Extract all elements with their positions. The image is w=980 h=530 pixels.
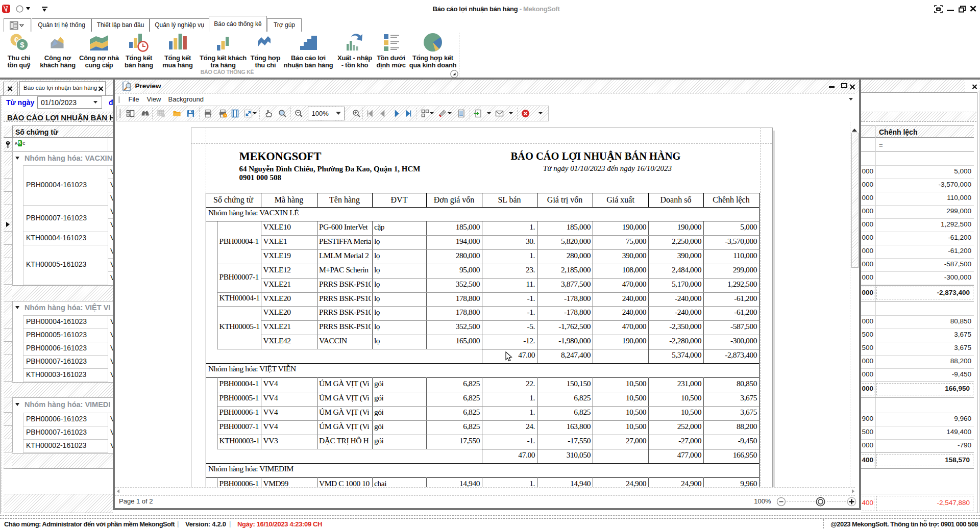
- svg-text:$: $: [20, 40, 24, 49]
